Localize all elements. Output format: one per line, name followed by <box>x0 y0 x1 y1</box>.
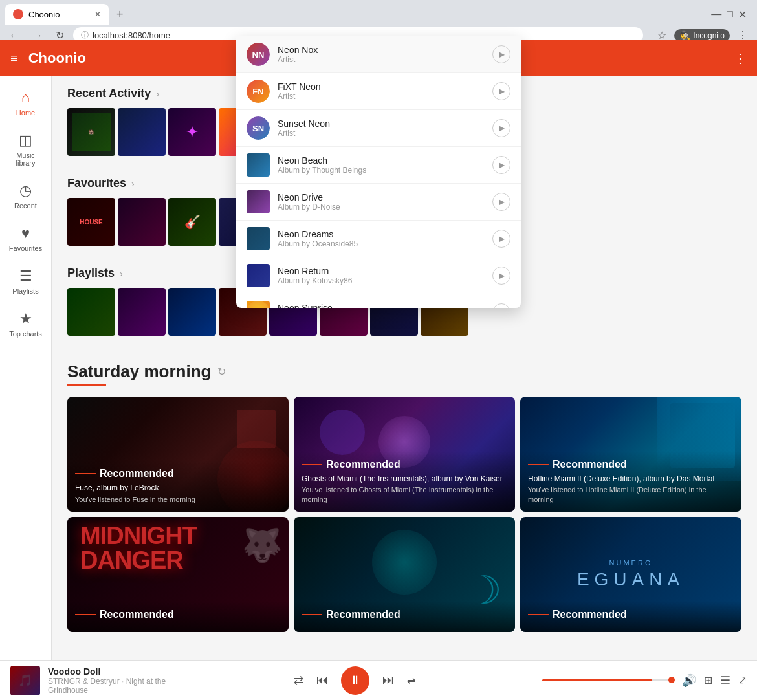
recent-activity-arrow[interactable]: › <box>156 89 159 99</box>
album-thumb[interactable]: 🏚️ <box>67 108 115 156</box>
active-tab[interactable]: Choonio ✕ <box>5 4 109 25</box>
album-thumb[interactable] <box>118 108 166 156</box>
shuffle-button[interactable]: ⇌ <box>407 674 415 686</box>
album-art-neon-drive <box>247 190 270 213</box>
album-thumb[interactable]: ✦ <box>168 108 216 156</box>
rec-card-hotline[interactable]: Recommended Hotline Miami II (Deluxe Edi… <box>520 397 741 512</box>
repeat-button[interactable]: ⇄ <box>294 673 303 688</box>
search-result-sunset-neon[interactable]: SN Sunset Neon Artist ▶ <box>236 110 521 147</box>
rec-label: Recommended <box>528 609 734 620</box>
star-icon: ★ <box>19 311 32 327</box>
result-type: Album by Kotovsky86 <box>278 276 492 285</box>
album-thumb[interactable] <box>67 288 115 336</box>
now-playing-title: Voodoo Doll <box>48 666 177 677</box>
play-button[interactable]: ▶ <box>492 45 510 63</box>
result-info: Neon Nox Artist <box>278 45 492 64</box>
result-name: Neon Sunrise <box>278 303 492 308</box>
rec-card-overlay: Recommended Fuse, album by LeBrock You'v… <box>67 460 289 512</box>
search-result-neon-beach[interactable]: Neon Beach Album by Thought Beings ▶ <box>236 147 521 184</box>
rec-card-midnight-danger[interactable]: MIDNIGHTDANGER 🐺 Recommended <box>67 517 289 632</box>
rec-card-overlay: Recommended <box>67 601 289 632</box>
now-playing-right-controls: 🔊 ⊞ ☰ ⤢ <box>682 673 747 688</box>
expand-button[interactable]: ⤢ <box>738 674 747 686</box>
minimize-button[interactable]: — <box>711 8 721 20</box>
result-name: Neon Dreams <box>278 229 492 239</box>
search-result-neon-return[interactable]: Neon Return Album by Kotovsky86 ▶ <box>236 257 521 294</box>
play-button[interactable]: ▶ <box>492 303 510 308</box>
sidebar-item-playlists[interactable]: ☰ Playlists <box>3 261 49 301</box>
now-playing-artist: STRNGR & Destryur · Night at the Grindho… <box>48 677 177 695</box>
favourites-title: Favourites <box>67 177 126 190</box>
play-pause-button[interactable]: ⏸ <box>341 666 369 695</box>
saturday-title-row: Saturday morning ↻ <box>67 362 741 382</box>
cast-button[interactable]: ⊞ <box>704 674 712 686</box>
album-art-neon-dreams <box>247 227 270 250</box>
search-result-neon-nox[interactable]: NN Neon Nox Artist ▶ <box>236 36 521 73</box>
saturday-title: Saturday morning <box>67 362 211 382</box>
tab-close-button[interactable]: ✕ <box>94 10 101 19</box>
progress-fill <box>542 679 652 681</box>
tab-bar: Choonio ✕ + — □ ✕ <box>0 0 757 25</box>
recent-activity-title: Recent Activity <box>67 87 151 100</box>
artist-avatar-fixt-neon: FN <box>247 80 270 103</box>
album-thumb[interactable] <box>118 198 166 246</box>
sidebar-playlists-label: Playlists <box>12 287 38 295</box>
result-name: Neon Return <box>278 266 492 276</box>
favourites-arrow[interactable]: › <box>131 179 135 189</box>
home-icon: ⌂ <box>21 89 30 106</box>
result-type: Artist <box>278 55 492 64</box>
play-button[interactable]: ▶ <box>492 193 510 211</box>
search-result-neon-dreams[interactable]: Neon Dreams Album by Oceanside85 ▶ <box>236 221 521 257</box>
rec-card-fuse[interactable]: Recommended Fuse, album by LeBrock You'v… <box>67 397 289 512</box>
recent-icon: ◷ <box>19 182 32 199</box>
app-logo: Choonio <box>28 50 86 67</box>
sidebar-library-label: Music library <box>8 151 44 167</box>
saturday-refresh-icon[interactable]: ↻ <box>217 366 226 378</box>
sidebar-item-home[interactable]: ⌂ Home <box>3 83 49 123</box>
hamburger-menu[interactable]: ≡ <box>10 51 18 66</box>
album-thumb[interactable]: HOUSE <box>67 198 115 246</box>
play-button[interactable]: ▶ <box>492 230 510 248</box>
album-thumb[interactable] <box>118 288 166 336</box>
rec-card-eguana[interactable]: numero EGUANA Recommended <box>520 517 741 632</box>
album-thumb[interactable]: 🎸 <box>168 198 216 246</box>
rec-card-ghosts[interactable]: Recommended Ghosts of Miami (The Instrum… <box>294 397 515 512</box>
now-playing-progress[interactable] <box>542 679 672 681</box>
sidebar-item-favourites[interactable]: ♥ Favourites <box>3 219 49 259</box>
play-button[interactable]: ▶ <box>492 156 510 174</box>
maximize-button[interactable]: □ <box>727 8 733 20</box>
new-tab-button[interactable]: + <box>111 5 129 24</box>
sidebar-item-music-library[interactable]: ◫ Music library <box>3 126 49 173</box>
rec-sub: You've listened to Fuse in the morning <box>75 495 281 504</box>
prev-button[interactable]: ⏮ <box>316 673 328 687</box>
queue-button[interactable]: ☰ <box>720 673 730 688</box>
rec-label: Recommended <box>302 609 507 620</box>
play-button[interactable]: ▶ <box>492 119 510 137</box>
result-info: Neon Sunrise Album by FM-84 <box>278 303 492 308</box>
play-button[interactable]: ▶ <box>492 82 510 100</box>
browser-chrome: Choonio ✕ + — □ ✕ ← → ↻ ⓘ localhost:8080… <box>0 0 757 40</box>
close-button[interactable]: ✕ <box>738 8 747 21</box>
sidebar-item-top-charts[interactable]: ★ Top charts <box>3 304 49 344</box>
sidebar-item-recent[interactable]: ◷ Recent <box>3 176 49 216</box>
search-result-fixt-neon[interactable]: FN FiXT Neon Artist ▶ <box>236 73 521 110</box>
result-name: FiXT Neon <box>278 82 492 92</box>
playlists-arrow[interactable]: › <box>120 268 123 279</box>
recommendations-grid: Recommended Fuse, album by LeBrock You'v… <box>67 397 741 632</box>
album-art-neon-sunrise <box>247 301 270 308</box>
top-bar-more-button[interactable]: ⋮ <box>734 50 747 66</box>
search-result-neon-sunrise[interactable]: Neon Sunrise Album by FM-84 ▶ <box>236 294 521 308</box>
play-button[interactable]: ▶ <box>492 267 510 285</box>
artist-avatar-sunset-neon: SN <box>247 116 270 140</box>
album-art-neon-beach <box>247 153 270 177</box>
now-playing-album-art: 🎵 <box>10 666 40 695</box>
search-result-neon-drive[interactable]: Neon Drive Album by D-Noise ▶ <box>236 184 521 221</box>
result-type: Album by D-Noise <box>278 202 492 212</box>
rec-card-5[interactable]: ☽ Recommended <box>294 517 515 632</box>
volume-button[interactable]: 🔊 <box>682 673 696 688</box>
search-dropdown: NN Neon Nox Artist ▶ FN FiXT Neon Artist… <box>236 36 521 308</box>
result-type: Album by Oceanside85 <box>278 239 492 248</box>
next-button[interactable]: ⏭ <box>382 673 394 687</box>
sidebar-recent-label: Recent <box>14 202 37 210</box>
album-thumb[interactable] <box>168 288 216 336</box>
